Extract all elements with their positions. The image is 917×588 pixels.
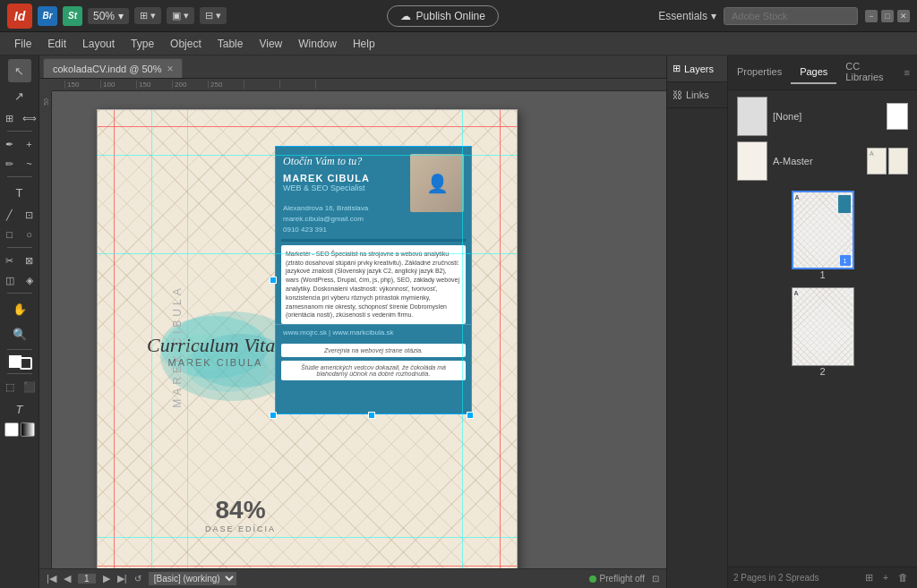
tab-properties-label: Properties xyxy=(737,66,782,77)
page-number-field[interactable] xyxy=(78,574,96,584)
tab-cc-libraries[interactable]: CC Libraries xyxy=(836,55,896,89)
tab-close-button[interactable]: × xyxy=(167,63,173,75)
page-tool[interactable]: ⊞ xyxy=(1,109,19,127)
guide-red-bottom xyxy=(98,566,517,567)
document-page[interactable]: MAREK CIBULA CURRICULUM VITAE Cu xyxy=(97,109,518,568)
ruler-corner xyxy=(39,79,52,91)
none-preview xyxy=(887,103,908,130)
doc-tab-name: cokoladaCV.indd @ 50% xyxy=(53,64,161,74)
gradient-icon[interactable] xyxy=(21,422,35,437)
line-tool[interactable]: ╱ xyxy=(1,206,19,224)
panel-menu-button[interactable]: ≡ xyxy=(897,64,917,81)
fill-stroke-pair xyxy=(7,354,32,370)
links-label: Links xyxy=(686,89,709,100)
view-tool[interactable]: ⊟ ▾ xyxy=(200,7,227,24)
none-master-item[interactable]: [None] xyxy=(732,94,913,139)
a-master-item[interactable]: A-Master A xyxy=(732,139,913,183)
hand-tool[interactable]: ✋ xyxy=(8,297,31,320)
stock-icon[interactable]: St xyxy=(63,6,82,26)
new-spread-button[interactable]: ⊞ xyxy=(861,570,877,584)
menu-file[interactable]: File xyxy=(7,35,39,53)
add-anchor-tool[interactable]: + xyxy=(21,135,39,153)
tool-pair-8 xyxy=(4,422,35,437)
sidebar-item-layers[interactable]: ⊞ Layers xyxy=(667,55,727,82)
canvas-scroll[interactable]: MAREK CIBULA CURRICULUM VITAE Cu xyxy=(52,91,666,568)
dase-label: DASE EDÍCIA xyxy=(205,524,276,533)
smooth-tool[interactable]: ~ xyxy=(21,155,39,173)
stroke-color[interactable] xyxy=(20,357,32,370)
sidebar-item-links[interactable]: ⛓ Links xyxy=(667,82,727,108)
minimize-button[interactable]: − xyxy=(865,10,878,22)
master-left-page: A xyxy=(867,148,887,175)
preflight-label: Preflight off xyxy=(600,574,645,584)
pen-tool[interactable]: ✒ xyxy=(1,135,19,153)
a-master-thumb xyxy=(737,141,767,181)
tab-properties[interactable]: Properties xyxy=(728,61,791,84)
delete-page-button[interactable]: 🗑 xyxy=(895,570,912,584)
type-vertical-tool[interactable]: T xyxy=(8,397,31,421)
zoom-tool[interactable]: 🔍 xyxy=(8,322,31,345)
first-page-button[interactable]: |◀ xyxy=(47,573,56,584)
close-button[interactable]: ✕ xyxy=(897,10,910,22)
last-page-button[interactable]: ▶| xyxy=(117,573,127,584)
free-transform-tool[interactable]: ⊠ xyxy=(21,251,39,269)
document-canvas[interactable]: 50100150200250 xyxy=(39,91,666,568)
page-2-thumb[interactable]: A xyxy=(792,287,854,366)
page-1-a-badge: A xyxy=(795,194,800,200)
select-tool[interactable]: ↖ xyxy=(8,59,31,82)
scissors-tool[interactable]: ✂ xyxy=(1,251,19,269)
menu-type[interactable]: Type xyxy=(124,35,161,53)
gap-tool[interactable]: ⟺ xyxy=(21,109,39,127)
page-2-container: A 2 xyxy=(732,287,913,377)
direct-select-tool[interactable]: ↗ xyxy=(8,84,31,107)
sel-handle-mid-left[interactable] xyxy=(270,277,277,284)
rect-tool[interactable]: □ xyxy=(1,226,19,243)
essentials-button[interactable]: Essentials ▾ xyxy=(658,10,716,22)
page-1-num: 1 xyxy=(819,269,825,280)
fit-page-button[interactable]: ⊡ xyxy=(652,574,659,584)
type-tool[interactable]: T xyxy=(8,181,31,204)
tab-pages[interactable]: Pages xyxy=(791,61,836,84)
next-page-button[interactable]: ▶ xyxy=(103,573,110,584)
sel-handle-bot-left[interactable] xyxy=(270,412,277,419)
zoom-control[interactable]: 50% ▾ xyxy=(88,8,129,24)
sel-handle-bot-mid[interactable] xyxy=(368,412,375,419)
menu-edit[interactable]: Edit xyxy=(40,35,73,53)
a-master-label: A-Master xyxy=(773,156,813,166)
percent-box: 84% DASE EDÍCIA xyxy=(205,496,276,533)
preview-mode[interactable]: ⬛ xyxy=(21,378,39,396)
cv-title-text: Curriculum Vitae xyxy=(147,334,284,357)
sel-handle-bot-right[interactable] xyxy=(467,412,474,419)
preflight-indicator xyxy=(589,575,596,583)
gradient-tool[interactable]: ◫ xyxy=(1,271,19,289)
frame-tool[interactable]: ▣ ▾ xyxy=(167,7,194,24)
menu-help[interactable]: Help xyxy=(346,35,382,53)
document-tab[interactable]: cokoladaCV.indd @ 50% × xyxy=(43,58,183,78)
normal-mode[interactable]: ⬚ xyxy=(1,378,19,396)
rotation-button[interactable]: ↺ xyxy=(134,574,141,584)
adobe-stock-search[interactable] xyxy=(724,7,858,25)
right-tabs-area: Properties Pages CC Libraries ≡ [Non xyxy=(728,55,917,588)
prev-page-button[interactable]: ◀ xyxy=(64,573,71,584)
menu-view[interactable]: View xyxy=(252,35,289,53)
pencil-tool[interactable]: ✏ xyxy=(1,155,19,173)
rect-frame-tool[interactable]: ⊡ xyxy=(21,206,39,224)
bridge-icon[interactable]: Br xyxy=(38,6,57,26)
cv-title-area: Curriculum Vitae MAREK CIBULA xyxy=(147,334,284,368)
tool-separator-2 xyxy=(7,176,32,177)
publish-online-button[interactable]: ☁ Publish Online xyxy=(387,5,499,27)
tab-header: Properties Pages CC Libraries ≡ xyxy=(728,55,917,90)
color-tool[interactable]: ◈ xyxy=(21,271,39,289)
style-select[interactable]: [Basic] (working) xyxy=(149,572,236,585)
transform-tool[interactable]: ⊞ ▾ xyxy=(134,7,161,24)
menu-table[interactable]: Table xyxy=(210,35,251,53)
restore-button[interactable]: □ xyxy=(881,10,894,22)
menu-layout[interactable]: Layout xyxy=(75,35,122,53)
new-page-button[interactable]: + xyxy=(879,570,892,584)
menubar: File Edit Layout Type Object Table View … xyxy=(0,32,917,55)
ellipse-tool[interactable]: ○ xyxy=(21,226,39,243)
menu-window[interactable]: Window xyxy=(291,35,344,53)
page-1-thumb[interactable]: A 1 xyxy=(792,191,854,269)
menu-object[interactable]: Object xyxy=(163,35,209,53)
fill-icon[interactable] xyxy=(4,422,19,437)
